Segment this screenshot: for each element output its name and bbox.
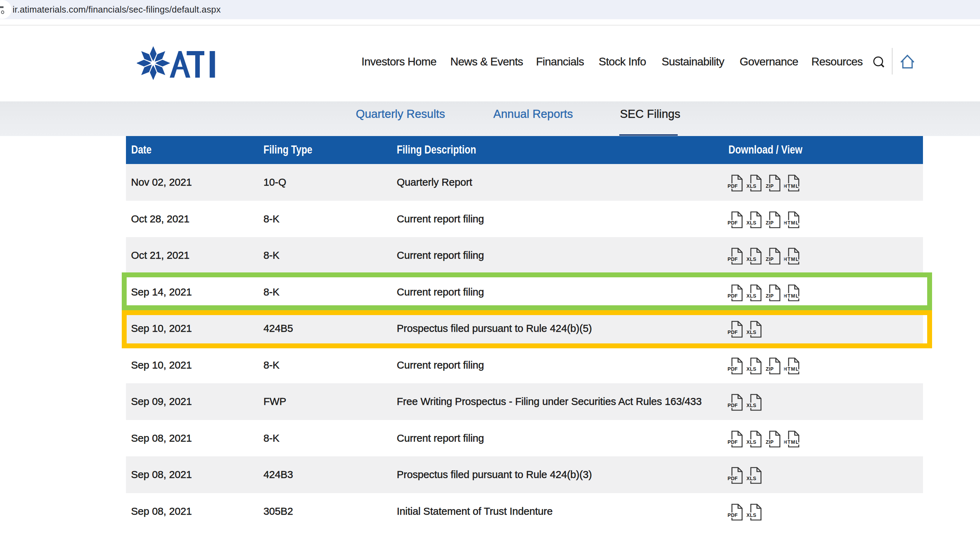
svg-text:HTML: HTML — [784, 439, 799, 445]
svg-text:PDF: PDF — [728, 439, 738, 445]
svg-text:PDF: PDF — [728, 366, 738, 371]
svg-text:PDF: PDF — [728, 402, 738, 408]
svg-text:HTML: HTML — [784, 183, 799, 189]
svg-text:XLS: XLS — [747, 475, 756, 481]
svg-text:XLS: XLS — [747, 439, 756, 445]
svg-text:HTML: HTML — [784, 256, 799, 262]
svg-text:PDF: PDF — [728, 475, 738, 481]
svg-text:XLS: XLS — [747, 256, 756, 262]
svg-text:XLS: XLS — [747, 512, 756, 518]
svg-text:ZIP: ZIP — [766, 256, 774, 262]
svg-text:XLS: XLS — [747, 219, 756, 225]
svg-text:ZIP: ZIP — [766, 219, 774, 225]
svg-text:PDF: PDF — [728, 183, 738, 189]
svg-text:ZIP: ZIP — [766, 183, 774, 189]
svg-text:XLS: XLS — [747, 183, 756, 189]
svg-text:PDF: PDF — [728, 512, 738, 518]
svg-text:HTML: HTML — [784, 219, 799, 225]
svg-text:XLS: XLS — [747, 366, 756, 371]
svg-text:PDF: PDF — [728, 219, 738, 225]
svg-text:ZIP: ZIP — [766, 366, 774, 371]
svg-text:PDF: PDF — [728, 256, 738, 262]
svg-text:ZIP: ZIP — [766, 439, 774, 445]
svg-text:XLS: XLS — [747, 402, 756, 408]
svg-text:HTML: HTML — [784, 366, 799, 371]
